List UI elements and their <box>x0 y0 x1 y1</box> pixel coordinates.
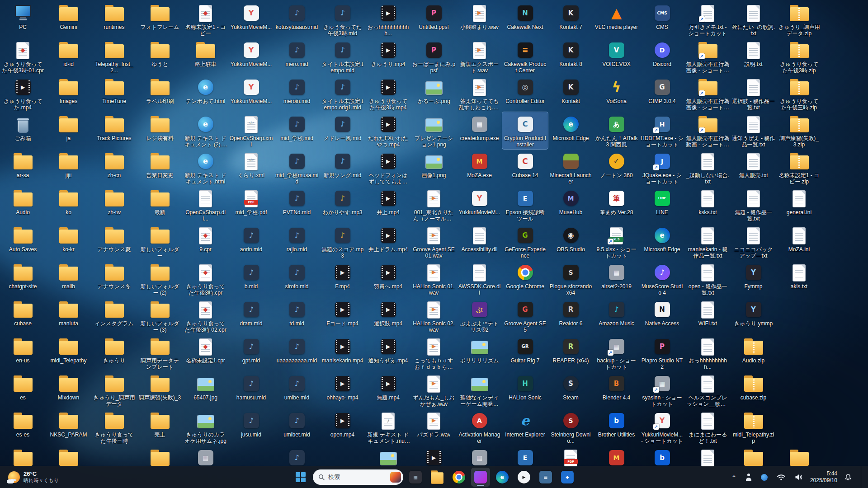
desktop-icon[interactable]: ♪jusu.mid <box>228 408 274 446</box>
desktop-icon[interactable]: アナウンス冬 <box>91 260 137 297</box>
desktop-icon[interactable]: ぷぷよぷよ™テトリス®2 <box>457 297 502 334</box>
desktop-icon[interactable]: Audio <box>0 186 46 223</box>
desktop-icon[interactable]: ◆きゅうり食ってた午後3時.cpr <box>183 260 228 297</box>
desktop-icon[interactable]: 画像1.png <box>411 149 457 186</box>
desktop-icon[interactable]: open - 親作品一覧.txt <box>685 260 731 297</box>
desktop-icon[interactable]: おっhhhhhhhhhh... <box>685 334 731 371</box>
notification-bell-icon[interactable] <box>843 472 854 483</box>
desktop-icon[interactable]: ♪gpt.mid <box>228 334 274 371</box>
desktop-icon[interactable]: ▶答え知ってても乱すしわこれ.wav <box>457 75 502 112</box>
desktop-icon[interactable]: ▶きゅうり食ってた午後3時.mp4 <box>365 75 411 112</box>
desktop-icon[interactable]: 無題 - 親作品一覧.txt <box>731 186 776 223</box>
desktop-icon[interactable]: ◆きゅうり食ってた午後3時-01.cpr <box>0 38 46 75</box>
desktop-icon[interactable]: PUntitled.ppsf <box>411 1 457 38</box>
desktop-icon[interactable]: cubase.zip <box>731 371 776 408</box>
desktop-icon[interactable]: きゅうり食ってた午後3時.zip <box>776 38 822 75</box>
desktop-icon[interactable]: ≡Cakewalk Product Center <box>502 38 548 75</box>
desktop-icon[interactable]: ▶小銭踏まり.wav <box>457 1 502 38</box>
desktop-icon[interactable]: ko-kr <box>46 223 91 260</box>
desktop-icon[interactable]: ▶無題.mp4 <box>365 371 411 408</box>
desktop-icon[interactable]: ♪uaaaaaaaaa.mid <box>274 334 320 371</box>
desktop-icon[interactable]: manisekarin - 親作品一覧.txt <box>685 223 731 260</box>
desktop-icon[interactable]: ▶ヘッドフォンはずしててもよかったやつ.mp4 <box>365 149 411 186</box>
desktop-icon[interactable]: PDFmid_学校.pdf <box>228 186 274 223</box>
desktop-icon[interactable]: 新しいフォルダー <box>137 223 183 260</box>
desktop-icon[interactable]: e新規 テキスト ドキュメント.html <box>183 149 228 186</box>
desktop-icon[interactable]: PPiapro Studio NT2 <box>639 334 685 371</box>
desktop-icon[interactable]: ▶こってもｈｄすおｆｄｓｂらぶぁ.wav <box>411 334 457 371</box>
desktop-icon[interactable]: 調声練習(失敗)_3 <box>137 371 183 408</box>
desktop-icon[interactable]: Google Chrome <box>502 260 548 297</box>
desktop-icon[interactable]: 路上駐車 <box>183 38 228 75</box>
desktop-icon[interactable]: きゅうり_調声用データ <box>91 371 137 408</box>
desktop-icon[interactable]: ▶F.mp4 <box>320 260 365 297</box>
desktop-icon[interactable]: chatgpt-site <box>0 260 46 297</box>
desktop-icon[interactable]: ポリリリリズム <box>457 334 502 371</box>
desktop-icon[interactable]: GGIMP 3.0.4 <box>639 75 685 112</box>
desktop-icon[interactable]: アナウンス夏 <box>91 223 137 260</box>
desktop-icon[interactable]: 死にたい_の歌詞.txt <box>731 1 776 38</box>
desktop-icon[interactable]: ♪meroin.mid <box>274 75 320 112</box>
desktop-icon[interactable]: </>くらり.xml <box>228 149 274 186</box>
desktop-icon[interactable]: MoZA.ini <box>776 223 822 260</box>
desktop-icon[interactable]: ニコニコバックアップ―txt <box>731 223 776 260</box>
taskbar-blue-app[interactable]: ◆ <box>558 468 577 487</box>
desktop-icon[interactable]: LINELINE <box>639 186 685 223</box>
desktop-icon[interactable]: ▦↗backup - ショートカット <box>594 334 639 371</box>
taskbar-edge[interactable]: e <box>493 468 512 487</box>
desktop-icon[interactable]: MMuseHub <box>548 186 594 223</box>
desktop-icon[interactable]: e新規 テキスト ドキュメント (2).html <box>183 112 228 149</box>
desktop-icon[interactable]: ♪kotusytuaaus.mid <box>274 1 320 38</box>
desktop-icon[interactable]: ▦airset2-2019 <box>594 260 639 297</box>
desktop-icon[interactable]: ゆうと <box>137 38 183 75</box>
desktop-icon[interactable]: ▶Groove Agent SE 01.wav <box>411 223 457 260</box>
desktop-icon[interactable]: ▶manisekarin.mp4 <box>320 334 365 371</box>
desktop-icon[interactable]: ♪タイトル未設定.tempo.orig1.mid <box>320 75 365 112</box>
desktop-icon[interactable]: 選択肢 - 親作品一覧.txt <box>731 75 776 112</box>
start-button[interactable] <box>291 468 310 487</box>
desktop-icon[interactable]: ◆9.cpr <box>183 223 228 260</box>
desktop-icon[interactable]: レジ袋有料 <box>137 112 183 149</box>
tray-chevron-up-icon[interactable]: ⌃ <box>730 472 738 483</box>
tray-blue-dot-icon[interactable] <box>759 472 769 483</box>
desktop-icon[interactable]: midi_Telepathy.zip <box>731 408 776 446</box>
desktop-icon[interactable]: Audio.zip <box>731 334 776 371</box>
desktop-icon[interactable]: ♪dram.mid <box>228 297 274 334</box>
desktop-icon[interactable]: ▶井上.mp4 <box>365 186 411 223</box>
desktop-icon[interactable]: あかんたん！AITalk 3 関西風 <box>594 112 639 149</box>
desktop-icon[interactable]: VVOICEVOX <box>594 38 639 75</box>
desktop-icon[interactable]: 調声練習(失敗)_3.zip <box>776 112 822 149</box>
desktop-icon[interactable]: GGeForce Experience <box>502 223 548 260</box>
desktop-icon[interactable]: ▶だれたFXいれたやつ.mp4 <box>365 112 411 149</box>
desktop-icon[interactable]: YYukkuriMovieM... <box>228 75 274 112</box>
desktop-icon[interactable]: ▶HALion Sonic 02.wav <box>411 297 457 334</box>
taskbar-media-player[interactable]: ▶ <box>514 468 533 487</box>
desktop-icon[interactable]: ♪sirofo.mid <box>274 260 320 297</box>
desktop-icon[interactable]: ♪新規ソング.mid <box>320 149 365 186</box>
desktop-icon[interactable]: 営業日変更 <box>137 149 183 186</box>
desktop-icon[interactable]: ♪きゅう食ってた午後3時.mid <box>320 1 365 38</box>
desktop-icon[interactable]: XLS↗9.5.xlsx - ショートカット <box>594 223 639 260</box>
desktop-icon[interactable]: CMSCMS <box>639 1 685 38</box>
desktop-icon[interactable]: zh-cn <box>91 149 137 186</box>
desktop-icon[interactable]: ♪mid_学校musa.mid <box>274 149 320 186</box>
taskbar-chrome[interactable] <box>449 468 468 487</box>
desktop-icon[interactable]: AWSSDK.Core.dll <box>457 260 502 297</box>
desktop-icon[interactable]: cubase <box>0 297 46 334</box>
desktop-icon[interactable]: かるーぷ.png <box>411 75 457 112</box>
desktop-icon[interactable]: ↗無人販売不正行為画像 - ショートカッ... <box>685 38 731 75</box>
desktop-icon[interactable]: きゅうり <box>91 334 137 371</box>
desktop-icon[interactable]: ▶ずんだもん_しおかぜぁ.wav <box>411 371 457 408</box>
desktop-icon[interactable]: ♪タイトル未設定.tempo.mid <box>320 38 365 75</box>
desktop-icon[interactable]: SSteinberg Downlo... <box>548 408 594 446</box>
desktop-icon[interactable]: id-id <box>46 38 91 75</box>
weather-widget[interactable]: 26°C 晴れ時々くもり <box>4 466 63 488</box>
desktop-icon[interactable]: ♪MuseScore Studio 4 <box>639 260 685 297</box>
desktop-icon[interactable]: WIFI.txt <box>685 297 731 334</box>
desktop-icon[interactable]: ▶きゅうり.mp4 <box>365 38 411 75</box>
desktop-icon[interactable]: YYukkuriMovieM... <box>228 1 274 38</box>
desktop-icon[interactable]: ♪aorin.mid <box>228 223 274 260</box>
search-highlight-image[interactable] <box>390 472 401 483</box>
desktop-icon[interactable]: ▶きゅうり食ってた.mp4 <box>0 75 46 112</box>
desktop-icon[interactable]: ar-sa <box>0 149 46 186</box>
